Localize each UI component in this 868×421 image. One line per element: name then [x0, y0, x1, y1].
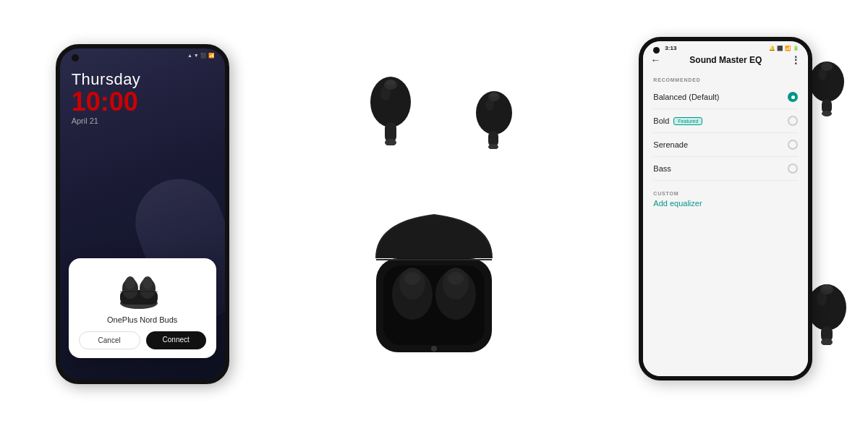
svg-point-31 — [822, 111, 832, 116]
right-status-icons: 🔔 ⬛ 📶 🔋 — [769, 46, 799, 51]
earbud-right-svg — [467, 88, 521, 149]
floating-earbud-right — [467, 88, 521, 152]
radio-balanced-selected[interactable] — [788, 92, 798, 102]
right-top-bar: ← Sound Master EQ ⋮ — [650, 54, 801, 66]
svg-point-3 — [125, 276, 135, 289]
earbud-case — [362, 200, 506, 362]
right-phone: 3:13 🔔 ⬛ 📶 🔋 ← Sound Master EQ ⋮ — [639, 37, 812, 391]
eq-item-balanced[interactable]: Balanced (Default) — [653, 85, 798, 109]
bluetooth-icon: ⬛ — [777, 46, 783, 51]
right-status-bar: 3:13 🔔 ⬛ 📶 🔋 — [665, 45, 799, 51]
svg-point-12 — [386, 80, 395, 85]
connection-dialog: OnePlus Nord Buds Cancel Connect — [69, 258, 216, 358]
left-status-bar: ▲ ▼ ⬛ 📶 — [187, 53, 215, 59]
left-phone-body: ▲ ▼ ⬛ 📶 Thursday 10:00 April 21 — [56, 44, 229, 384]
battery-icon: 🔋 — [793, 46, 799, 51]
svg-point-5 — [142, 276, 153, 289]
earbud-left-svg — [362, 73, 420, 145]
back-button[interactable]: ← — [650, 54, 660, 66]
svg-point-33 — [821, 62, 833, 71]
right-status-time: 3:13 — [665, 45, 676, 51]
eq-label-serenade: Serenade — [653, 140, 688, 149]
left-phone-screen: ▲ ▼ ⬛ 📶 Thursday 10:00 April 21 — [60, 48, 225, 380]
dialog-product-name: OnePlus Nord Buds — [107, 315, 177, 324]
alarm-icon: 🔔 — [769, 46, 775, 51]
dialog-earbud-image — [117, 270, 168, 310]
earbud-dialog-svg — [117, 270, 168, 310]
clock-time: 10:00 — [72, 89, 225, 115]
status-icons: ▲ ▼ ⬛ 📶 — [187, 53, 215, 59]
eq-label-balanced: Balanced (Default) — [653, 93, 719, 101]
eq-item-serenade[interactable]: Serenade — [653, 133, 798, 157]
add-equalizer-link[interactable]: Add equalizer — [653, 199, 798, 208]
dialog-buttons: Cancel Connect — [79, 331, 206, 349]
eq-label-bold: Bold — [653, 116, 669, 125]
left-camera-notch — [72, 54, 79, 61]
right-phone-body: 3:13 🔔 ⬛ 📶 🔋 ← Sound Master EQ ⋮ — [639, 37, 812, 380]
svg-point-39 — [822, 284, 831, 290]
svg-point-18 — [490, 93, 498, 98]
earbud-case-svg — [362, 200, 506, 360]
clock-area: Thursday 10:00 April 21 — [60, 70, 225, 125]
connect-button[interactable]: Connect — [146, 331, 206, 349]
radio-bold-unselected[interactable] — [788, 116, 798, 126]
eq-item-bold[interactable]: Bold Featured — [653, 109, 798, 133]
center-earbuds-display — [340, 59, 528, 362]
svg-point-26 — [448, 272, 464, 285]
left-phone: ▲ ▼ ⬛ 📶 Thursday 10:00 April 21 — [56, 44, 229, 391]
floating-earbud-left — [362, 73, 420, 148]
eq-item-row-serenade: Serenade — [653, 140, 688, 149]
eq-item-row-bold: Bold Featured — [653, 116, 702, 125]
screen-title: Sound Master EQ — [689, 55, 762, 65]
wifi-icon: 📶 — [785, 46, 791, 51]
eq-content: RECOMMENDED Balanced (Default) Bold Feat… — [643, 69, 808, 376]
radio-bass-unselected[interactable] — [788, 163, 798, 174]
custom-label: CUSTOM — [653, 191, 798, 196]
radio-serenade-unselected[interactable] — [788, 140, 798, 150]
eq-item-bass[interactable]: Bass — [653, 157, 798, 181]
more-options-button[interactable]: ⋮ — [791, 54, 801, 66]
clock-date: April 21 — [72, 116, 225, 125]
featured-badge: Featured — [673, 117, 702, 125]
eq-label-bass: Bass — [653, 164, 671, 173]
eq-item-row-balanced: Balanced (Default) — [653, 93, 719, 101]
eq-item-row-bass: Bass — [653, 164, 671, 173]
right-camera-notch — [653, 47, 660, 54]
right-phone-screen: 3:13 🔔 ⬛ 📶 🔋 ← Sound Master EQ ⋮ — [643, 41, 808, 376]
svg-point-28 — [431, 346, 437, 352]
main-scene: ▲ ▼ ⬛ 📶 Thursday 10:00 April 21 — [0, 0, 868, 421]
cancel-button[interactable]: Cancel — [79, 331, 140, 349]
recommended-label: RECOMMENDED — [653, 77, 798, 82]
svg-point-23 — [404, 272, 420, 285]
